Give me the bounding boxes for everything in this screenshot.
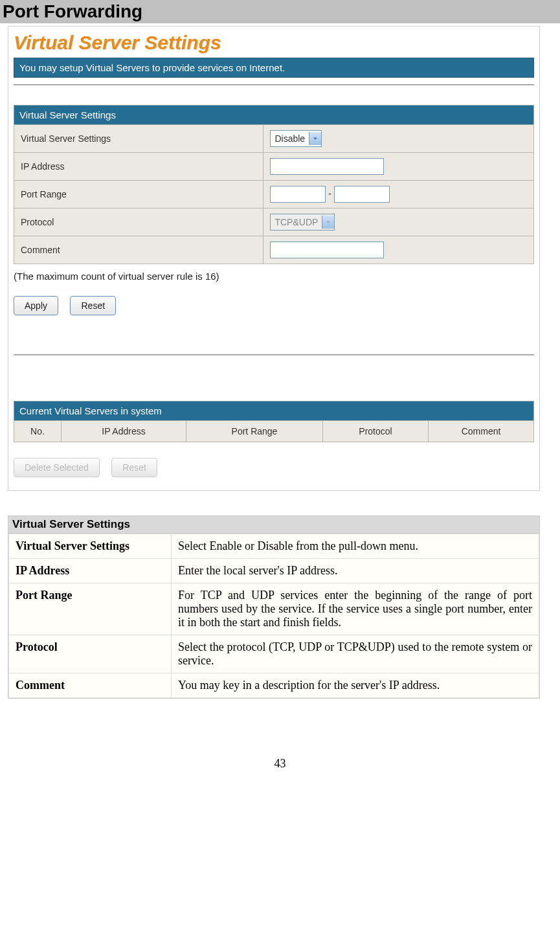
settings-form: Virtual Server Settings Virtual Server S… xyxy=(14,105,534,264)
help-desc: Select the protocol (TCP, UDP or TCP&UDP… xyxy=(172,635,539,673)
chevron-down-icon xyxy=(309,132,321,145)
chevron-down-icon xyxy=(322,216,334,229)
delete-selected-button[interactable]: Delete Selected xyxy=(14,458,100,477)
help-row: Protocol Select the protocol (TCP, UDP o… xyxy=(9,635,539,673)
help-desc: You may key in a description for the ser… xyxy=(172,673,539,698)
help-section: Virtual Server Settings Virtual Server S… xyxy=(8,515,540,699)
col-port-range: Port Range xyxy=(186,421,323,442)
help-label: Comment xyxy=(9,673,172,698)
comment-label: Comment xyxy=(14,236,263,264)
col-no: No. xyxy=(14,421,62,442)
port-range-label: Port Range xyxy=(14,181,263,209)
current-servers-table: Current Virtual Servers in system No. IP… xyxy=(14,401,534,442)
form-section-header: Virtual Server Settings xyxy=(14,106,534,125)
protocol-label: Protocol xyxy=(14,209,263,236)
col-protocol: Protocol xyxy=(323,421,429,442)
help-label: Protocol xyxy=(9,635,172,673)
help-desc: Enter the local server's IP address. xyxy=(172,559,539,583)
settings-heading: Virtual Server Settings xyxy=(14,32,534,54)
ip-label: IP Address xyxy=(14,153,263,181)
current-header: Current Virtual Servers in system xyxy=(14,401,534,421)
col-ip: IP Address xyxy=(62,421,186,442)
help-desc: For TCP and UDP services enter the begin… xyxy=(172,583,539,635)
reset-button[interactable]: Reset xyxy=(70,296,116,315)
page-number: 43 xyxy=(0,757,560,777)
ip-input[interactable] xyxy=(270,158,384,175)
help-label: Virtual Server Settings xyxy=(9,534,172,559)
help-label: Port Range xyxy=(9,583,172,635)
apply-button[interactable]: Apply xyxy=(14,296,58,315)
port-start-input[interactable] xyxy=(270,186,326,203)
help-desc: Select Enable or Disable from the pull-d… xyxy=(172,534,539,559)
vss-select[interactable]: Disable xyxy=(270,130,322,147)
settings-panel: Virtual Server Settings You may setup Vi… xyxy=(8,26,540,491)
vss-select-value: Disable xyxy=(271,133,309,144)
help-row: IP Address Enter the local server's IP a… xyxy=(9,559,539,583)
page-title: Port Forwarding xyxy=(0,0,560,23)
col-comment: Comment xyxy=(429,421,534,442)
info-bar: You may setup Virtual Servers to provide… xyxy=(14,58,534,78)
port-range-separator: - xyxy=(328,188,331,199)
help-label: IP Address xyxy=(9,559,172,583)
protocol-select[interactable]: TCP&UDP xyxy=(270,214,335,231)
port-end-input[interactable] xyxy=(334,186,390,203)
protocol-select-value: TCP&UDP xyxy=(271,217,322,227)
max-rule-note: (The maximum count of virtual server rul… xyxy=(14,271,534,282)
reset-list-button[interactable]: Reset xyxy=(111,458,157,477)
vss-label: Virtual Server Settings xyxy=(14,125,263,153)
divider xyxy=(14,84,534,85)
help-row: Virtual Server Settings Select Enable or… xyxy=(9,534,539,559)
comment-input[interactable] xyxy=(270,242,384,258)
help-row: Port Range For TCP and UDP services ente… xyxy=(9,583,539,635)
divider xyxy=(14,354,534,356)
help-title: Virtual Server Settings xyxy=(8,516,539,534)
help-row: Comment You may key in a description for… xyxy=(9,673,539,698)
